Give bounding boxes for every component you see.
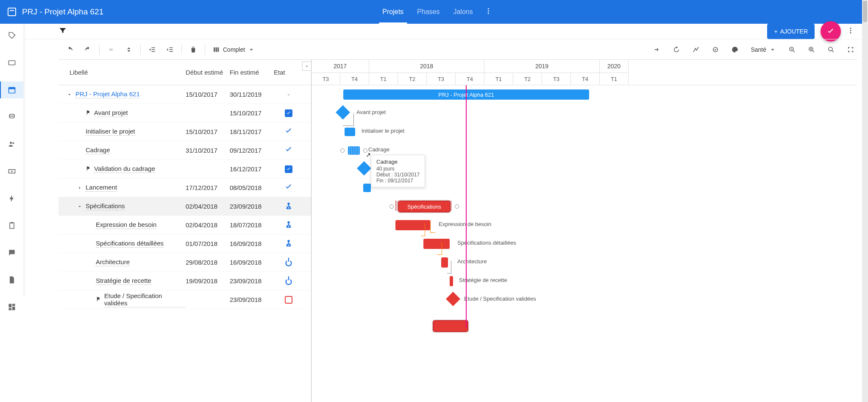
row-name[interactable]: Expression de besoin [96, 221, 156, 229]
row-state[interactable] [274, 182, 303, 193]
tab-phases[interactable]: Phases [410, 0, 446, 24]
table-row[interactable]: Lancement 17/12/2017 08/05/2018 [58, 179, 311, 197]
header-more-icon[interactable] [485, 7, 492, 17]
collapse-all-icon[interactable] [107, 46, 115, 53]
table-row[interactable]: Cadrage 31/10/2017 09/12/2017 [58, 141, 311, 160]
tab-projets[interactable]: Projets [376, 0, 410, 24]
baseline-icon[interactable] [712, 46, 719, 53]
row-name[interactable]: Etude / Specification validées [104, 292, 186, 307]
svg-point-28 [829, 47, 832, 51]
rail-file-icon[interactable] [3, 271, 20, 288]
table-row[interactable]: Initialiser le projet 15/10/2017 18/11/2… [58, 123, 311, 141]
row-name[interactable]: Stratégie de recette [96, 277, 151, 285]
view-mode-dropdown[interactable]: Complet [213, 46, 255, 53]
rail-card-icon[interactable] [3, 54, 20, 71]
sub-more-icon[interactable] [847, 27, 854, 36]
zoom-fit-icon[interactable] [827, 46, 835, 53]
row-state[interactable] [274, 165, 303, 173]
col-header-name[interactable]: Libellé [58, 69, 186, 76]
rail-coins-icon[interactable] [3, 109, 20, 126]
svg-rect-24 [217, 47, 219, 52]
row-name[interactable]: Cadrage [86, 146, 110, 154]
row-state[interactable] [274, 276, 303, 286]
table-row[interactable]: Stratégie de recette 19/09/2018 23/09/20… [58, 272, 311, 290]
bar-lancement[interactable] [363, 184, 371, 192]
row-state[interactable] [274, 109, 303, 117]
row-end: 23/09/2018 [230, 203, 274, 210]
rail-clipboard-icon[interactable] [3, 217, 20, 234]
row-name[interactable]: PRJ - Projet Alpha 621 [75, 90, 140, 98]
bar-spec[interactable]: Spécifications [399, 201, 450, 212]
rail-chat-icon[interactable] [3, 244, 20, 261]
bar-init[interactable] [345, 128, 355, 136]
row-name[interactable]: Architecture [96, 258, 130, 266]
label-arch: Architecture [457, 258, 487, 265]
timeline-body[interactable]: PRJ - Projet Alpha 621Avant projetInitia… [312, 85, 857, 328]
row-state[interactable]: - [274, 91, 303, 98]
row-name[interactable]: Lancement [86, 184, 117, 192]
redo-icon[interactable] [84, 46, 92, 53]
row-state[interactable] [274, 145, 303, 156]
table-row[interactable]: Spécifications 02/04/2018 23/09/2018 [58, 197, 311, 216]
refresh-icon[interactable] [673, 46, 680, 53]
outdent-icon[interactable] [148, 46, 156, 53]
row-name[interactable]: Validation du cadrage [94, 165, 155, 173]
gantt-container: Libellé Début estimé Fin estimé Etat PRJ… [58, 59, 857, 402]
color-by-dropdown[interactable]: Santé [751, 46, 776, 53]
rail-calendar-icon[interactable] [0, 81, 23, 98]
row-state[interactable] [274, 220, 303, 230]
tab-jalons[interactable]: Jalons [446, 0, 479, 24]
zoom-out-icon[interactable] [788, 46, 796, 53]
rail-people-icon[interactable] [3, 136, 20, 153]
table-row[interactable]: PRJ - Projet Alpha 621 15/10/2017 30/11/… [58, 85, 311, 104]
row-name[interactable]: Spécifications [86, 202, 125, 210]
bar-next[interactable] [434, 321, 467, 331]
bar-strat[interactable] [450, 276, 453, 286]
rail-dashboard-icon[interactable] [3, 299, 20, 315]
row-name[interactable]: Initialiser le projet [86, 128, 135, 136]
milestone-valcad[interactable] [357, 161, 371, 176]
add-button[interactable]: +AJOUTER [767, 24, 815, 39]
bar-cadrage[interactable] [348, 146, 360, 155]
row-state[interactable] [274, 257, 303, 268]
rail-bolt-icon[interactable] [3, 190, 20, 207]
year-header: 2020 [600, 60, 629, 73]
rail-money-icon[interactable] [3, 163, 20, 180]
row-name[interactable]: Avant projet [94, 109, 128, 117]
col-header-end[interactable]: Fin estimé [230, 69, 274, 76]
row-start: 01/07/2018 [186, 240, 230, 247]
row-state[interactable] [274, 238, 303, 249]
zoom-in-icon[interactable] [808, 46, 815, 53]
tooltip-title: Cadrage [376, 159, 420, 165]
grid-collapse-handle[interactable] [302, 61, 312, 71]
col-header-state[interactable]: Etat [274, 69, 303, 76]
confirm-fab[interactable] [821, 21, 841, 42]
critical-path-icon[interactable] [692, 46, 700, 53]
table-row[interactable]: Architecture 29/08/2018 16/09/2018 [58, 253, 311, 272]
fullscreen-icon[interactable] [847, 46, 854, 53]
col-header-start[interactable]: Début estimé [186, 69, 230, 76]
app-logo-icon [7, 7, 17, 17]
row-state[interactable] [274, 201, 303, 212]
row-state[interactable] [274, 126, 303, 137]
row-state[interactable] [274, 296, 303, 304]
table-row[interactable]: Expression de besoin 02/04/2018 18/07/20… [58, 216, 311, 234]
row-name[interactable]: Spécifications détaillées [96, 240, 164, 248]
indent-icon[interactable] [166, 46, 174, 53]
bar-specdet[interactable] [423, 239, 450, 249]
milestone-etude[interactable] [446, 292, 460, 306]
table-row[interactable]: Avant projet 15/10/2017 [58, 104, 311, 123]
rail-tag-icon[interactable] [3, 27, 20, 44]
window-scrollbar[interactable] [862, 0, 868, 402]
delete-icon[interactable] [189, 46, 197, 53]
table-row[interactable]: Spécifications détaillées 01/07/2018 16/… [58, 234, 311, 253]
goto-icon[interactable] [653, 46, 661, 53]
undo-icon[interactable] [66, 46, 74, 53]
expand-all-icon[interactable] [125, 46, 133, 53]
svg-rect-18 [9, 308, 12, 310]
filter-icon[interactable] [58, 26, 67, 36]
table-row[interactable]: Etude / Specification validées 23/09/201… [58, 290, 311, 309]
timeline-panel[interactable]: 2017201820192020 T3T4T1T2T3T4T1T2T3T4T1 … [312, 60, 857, 402]
table-row[interactable]: Validation du cadrage 16/12/2017 [58, 160, 311, 179]
palette-icon[interactable] [731, 46, 739, 53]
